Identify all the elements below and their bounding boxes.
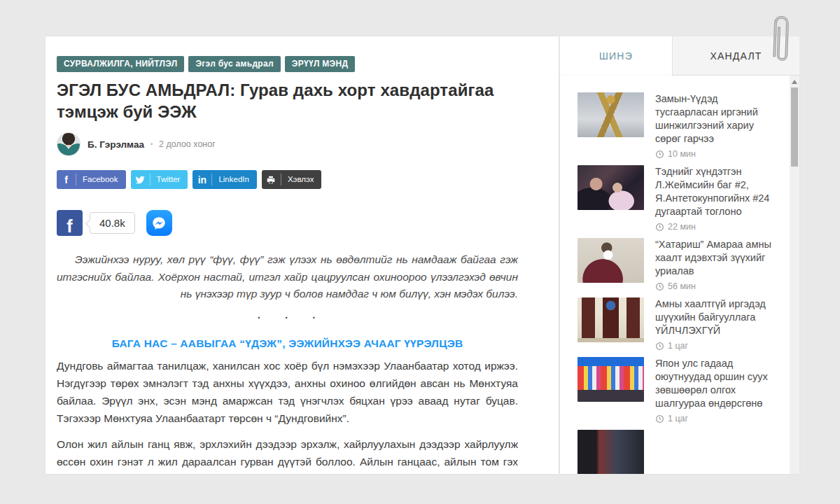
clock-icon <box>655 342 664 351</box>
news-time-label: 10 мин <box>668 149 696 159</box>
news-thumbnail-court[interactable] <box>578 298 644 342</box>
print-button[interactable]: Хэвлэх <box>262 170 322 189</box>
news-title[interactable]: Тэднийг хүндэтгэн Л.Жеймсийн баг #2, Я.А… <box>655 165 777 218</box>
news-item[interactable]: Замын-Үүдэд тусгаарласан иргэний шинжилг… <box>578 92 777 159</box>
tag-series[interactable]: Эгэл бус амьдрал <box>188 56 280 72</box>
news-thumbnail-clipped[interactable] <box>578 430 644 474</box>
news-title[interactable]: Замын-Үүдэд тусгаарласан иргэний шинжилг… <box>655 92 777 146</box>
publish-time: 2 долоо хоног <box>159 139 216 149</box>
news-thumbnail-japan[interactable] <box>578 357 644 402</box>
paperclip-graphic <box>766 8 794 73</box>
share-toolbar: f Facebook Twitter in LinkedIn Хэвлэх <box>57 170 518 189</box>
news-time: 22 мин <box>655 222 777 232</box>
printer-icon <box>262 175 281 185</box>
clock-icon <box>655 150 664 159</box>
tag-health[interactable]: ЭРҮҮЛ МЭНД <box>285 56 355 72</box>
like-count: 40.8k <box>90 212 135 234</box>
messenger-share-button[interactable] <box>146 210 172 236</box>
share-facebook-button[interactable]: f Facebook <box>57 170 126 189</box>
section-heading: БАГА НАС – ААВЫГАА “ҮДЭЖ”, ЭЭЖИЙНХЭЭ АЧА… <box>57 337 518 350</box>
facebook-icon: f <box>57 174 76 186</box>
article-title: ЭГЭЛ БУС АМЬДРАЛ: Гурав дахь хорт хавдар… <box>57 79 498 122</box>
tab-new[interactable]: ШИНЭ <box>560 36 672 76</box>
news-time-label: 1 цаг <box>668 414 688 424</box>
news-time-label: 1 цаг <box>668 341 688 351</box>
clock-icon <box>655 282 664 291</box>
author-row: Б. Гэрэлмаа • 2 долоо хоног <box>57 132 518 156</box>
news-title[interactable]: Япон улс гадаад оюутнуудад оршин суух зө… <box>655 357 777 410</box>
news-list: Замын-Үүдэд тусгаарласан иргэний шинжилг… <box>560 76 799 474</box>
news-item[interactable]: Тэднийг хүндэтгэн Л.Жеймсийн баг #2, Я.А… <box>578 165 777 232</box>
scrollbar-thumb[interactable] <box>791 88 798 167</box>
section-divider: · · · <box>57 312 518 323</box>
news-time: 1 цаг <box>655 414 777 424</box>
facebook-f-glyph: f <box>66 217 72 237</box>
news-thumbnail-monument[interactable] <box>578 92 644 137</box>
sidebar-tabbar: ШИНЭ ХАНДАЛТ <box>560 36 799 76</box>
article-card: СУРВАЛЖИЛГА, НИЙТЛЭЛ Эгэл бус амьдрал ЭР… <box>46 36 559 474</box>
news-title[interactable]: “Хатариш” Амараа амны хаалт идэвхтэй зүү… <box>655 238 777 278</box>
messenger-icon <box>150 215 167 232</box>
tag-category[interactable]: СУРВАЛЖИЛГА, НИЙТЛЭЛ <box>57 56 184 72</box>
twitter-icon <box>131 175 150 185</box>
share-linkedin-button[interactable]: in LinkedIn <box>192 170 256 189</box>
news-thumbnail-basketball[interactable] <box>578 165 644 210</box>
news-thumbnail-mask[interactable] <box>578 238 644 283</box>
news-time-label: 56 мин <box>668 281 696 291</box>
print-label: Хэвлэх <box>281 174 322 186</box>
news-time: 10 мин <box>655 149 777 159</box>
news-item[interactable]: Япон улс гадаад оюутнуудад оршин суух зө… <box>578 357 777 424</box>
news-time: 56 мин <box>655 281 777 291</box>
share-twitter-label: Twitter <box>150 174 188 186</box>
news-item[interactable] <box>578 430 777 474</box>
news-item[interactable]: Амны хаалтгүй иргэдэд шүүхийн байгууллаг… <box>578 298 777 351</box>
clock-icon <box>655 223 664 232</box>
clock-icon <box>655 414 664 424</box>
news-time-label: 22 мин <box>668 222 696 232</box>
author-name[interactable]: Б. Гэрэлмаа <box>88 139 144 150</box>
article-paragraph: Дундговь аймагтаа танилцаж, ханилсан хос… <box>57 357 518 427</box>
share-twitter-button[interactable]: Twitter <box>131 170 188 189</box>
page-background: { "page": { "background": "#e9e9e9" }, "… <box>0 0 840 504</box>
news-sidebar: ШИНЭ ХАНДАЛТ Замын-Үүдэд тусгаарласан ир… <box>560 36 799 474</box>
scroll-up-arrow-icon[interactable] <box>792 80 797 84</box>
author-separator: • <box>150 141 153 148</box>
share-linkedin-label: LinkedIn <box>211 174 256 186</box>
news-item[interactable]: “Хатариш” Амараа амны хаалт идэвхтэй зүү… <box>578 238 777 291</box>
article-intro: Ээжийнхээ нуруу, хөл рүү “фүү, фүү” гэж … <box>57 251 518 302</box>
facebook-like-widget: f 40.8k <box>57 210 518 236</box>
sidebar-scrollbar[interactable] <box>790 76 799 474</box>
article-paragraph: Олон жил айлын ганц явж, эрхлэхийн дээдэ… <box>57 435 518 474</box>
share-facebook-label: Facebook <box>76 174 126 186</box>
facebook-like-button[interactable]: f <box>57 210 83 236</box>
sidebar-content: Замын-Үүдэд тусгаарласан иргэний шинжилг… <box>560 76 799 474</box>
news-time: 1 цаг <box>655 341 777 351</box>
author-avatar[interactable] <box>57 132 80 156</box>
news-title[interactable]: Амны хаалтгүй иргэдэд шүүхийн байгууллаг… <box>655 298 777 337</box>
linkedin-icon: in <box>192 174 211 186</box>
tag-list: СУРВАЛЖИЛГА, НИЙТЛЭЛ Эгэл бус амьдрал ЭР… <box>57 56 518 72</box>
